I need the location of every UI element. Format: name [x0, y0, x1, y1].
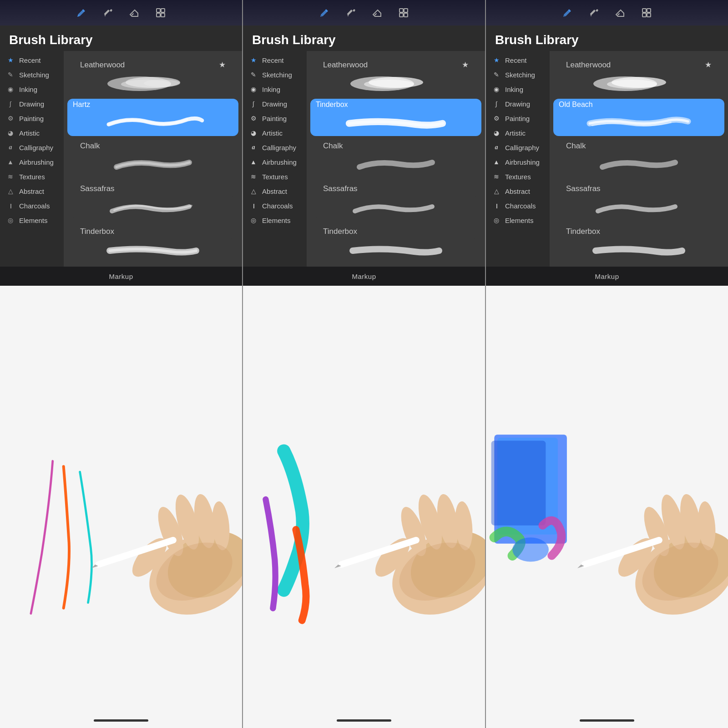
brush-name-hartz-1: Hartz	[73, 101, 233, 109]
library-content-2: ★ Recent ✎ Sketching ◉ Inking ∫ Drawing	[243, 51, 485, 267]
pencil-icon[interactable]	[75, 6, 88, 20]
cat-calligraphy-1[interactable]: a Calligraphy	[0, 140, 64, 155]
cat-inking-1[interactable]: ◉ Inking	[0, 82, 64, 96]
cat-label-sketching-2: Sketching	[262, 71, 292, 79]
cat-airbrushing-1[interactable]: ▲ Airbrushing	[0, 155, 64, 169]
brush-leatherwood-1[interactable]: Leatherwood★	[67, 56, 238, 98]
cat-abstract-2[interactable]: △ Abstract	[243, 184, 307, 198]
cat-calligraphy-2[interactable]: a Calligraphy	[243, 140, 307, 155]
eraser-icon-2[interactable]	[370, 6, 384, 20]
brush-hartz-1[interactable]: Hartz	[67, 99, 238, 136]
brush-sassafras-1[interactable]: Sassafras	[67, 180, 238, 222]
brush-turpentine-2[interactable]: Turpentine	[310, 265, 481, 267]
pencil-icon-3[interactable]	[561, 6, 574, 20]
cat-label-textures-2: Textures	[262, 173, 288, 181]
brush-leatherwood-2[interactable]: Leatherwood★	[310, 56, 481, 98]
cat-label-charcoals-3: Charcoals	[505, 202, 536, 210]
cat-sketching-1[interactable]: ✎ Sketching	[0, 67, 64, 82]
cat-drawing-2[interactable]: ∫ Drawing	[243, 96, 307, 111]
cat-sketching-2[interactable]: ✎ Sketching	[243, 67, 307, 82]
pen-icon-3[interactable]	[587, 6, 601, 20]
layers-icon-3[interactable]	[640, 6, 653, 20]
cat-label-elements-3: Elements	[505, 217, 534, 224]
svg-point-46	[512, 537, 549, 561]
cat-label-artistic-3: Artistic	[505, 129, 526, 137]
cat-artistic-1[interactable]: ◕ Artistic	[0, 126, 64, 140]
cat-sketching-3[interactable]: ✎ Sketching	[486, 67, 550, 82]
cat-elements-1[interactable]: ◎ Elements	[0, 213, 64, 228]
library-title-1: Brush Library	[9, 33, 93, 47]
brush-tinderbox-1[interactable]: Tinderbox	[67, 222, 238, 264]
cat-calligraphy-3[interactable]: a Calligraphy	[486, 140, 550, 155]
cat-charcoals-1[interactable]: ||| Charcoals	[0, 198, 64, 213]
callig-icon-2: a	[249, 143, 258, 152]
cat-recent-2[interactable]: ★ Recent	[243, 53, 307, 67]
brush-turpentine-1[interactable]: Turpentine	[67, 265, 238, 267]
cat-label-airbrushing-3: Airbrushing	[505, 158, 540, 166]
palette-icon-3: ◕	[492, 129, 500, 137]
cat-label-abstract-1: Abstract	[19, 187, 44, 195]
pen-icon[interactable]	[101, 6, 115, 20]
airbrush-icon-1: ▲	[6, 158, 15, 166]
brush-oldbeach-3[interactable]: Old Beach	[553, 99, 724, 136]
cat-textures-1[interactable]: ≋ Textures	[0, 169, 64, 184]
pen-icon-2[interactable]	[344, 6, 358, 20]
drawing-area-1[interactable]	[0, 286, 242, 713]
cat-textures-2[interactable]: ≋ Textures	[243, 169, 307, 184]
cat-painting-3[interactable]: ⚙ Painting	[486, 111, 550, 126]
charcoal-icon-3: |||	[492, 202, 500, 210]
cat-artistic-2[interactable]: ◕ Artistic	[243, 126, 307, 140]
categories-1: ★ Recent ✎ Sketching ◉ Inking ∫ Drawing	[0, 51, 64, 267]
layers-icon[interactable]	[154, 6, 167, 20]
brush-label-tinderbox-1: Tinderbox	[73, 224, 233, 238]
cat-drawing-3[interactable]: ∫ Drawing	[486, 96, 550, 111]
stroke-hartz-1	[73, 110, 233, 134]
cat-drawing-1[interactable]: ∫ Drawing	[0, 96, 64, 111]
cat-inking-3[interactable]: ◉ Inking	[486, 82, 550, 96]
brush-sassafras-3[interactable]: Sassafras	[553, 180, 724, 222]
cat-elements-3[interactable]: ◎ Elements	[486, 213, 550, 228]
brush-tinderbox2-2[interactable]: Tinderbox	[310, 222, 481, 264]
layers-icon-2[interactable]	[397, 6, 410, 20]
cat-charcoals-3[interactable]: ||| Charcoals	[486, 198, 550, 213]
star-icon-2: ★	[249, 56, 258, 64]
eraser-icon[interactable]	[127, 6, 141, 20]
cat-label-painting-2: Painting	[262, 115, 287, 122]
cat-inking-2[interactable]: ◉ Inking	[243, 82, 307, 96]
eraser-icon-3[interactable]	[613, 6, 627, 20]
library-header-1: Brush Library	[0, 25, 242, 51]
cat-label-elements-1: Elements	[19, 217, 48, 224]
brush-chalk-3[interactable]: Chalk	[553, 137, 724, 179]
cat-painting-1[interactable]: ⚙ Painting	[0, 111, 64, 126]
svg-rect-22	[404, 13, 408, 17]
cat-abstract-1[interactable]: △ Abstract	[0, 184, 64, 198]
brush-leatherwood-3[interactable]: Leatherwood★	[553, 56, 724, 98]
brush-turpentine-3[interactable]: Turpentine	[553, 265, 724, 267]
drawing-area-2[interactable]	[243, 286, 485, 713]
svg-rect-2	[161, 9, 165, 12]
cat-recent-1[interactable]: ★ Recent	[0, 53, 64, 67]
cat-painting-2[interactable]: ⚙ Painting	[243, 111, 307, 126]
cat-label-painting-3: Painting	[505, 115, 530, 122]
cat-charcoals-2[interactable]: ||| Charcoals	[243, 198, 307, 213]
stroke-sassafras-1	[73, 195, 233, 220]
brush-tinderbox-3[interactable]: Tinderbox	[553, 222, 724, 264]
brush-list-2: Leatherwood★ Tinderbox	[307, 51, 485, 267]
cat-artistic-3[interactable]: ◕ Artistic	[486, 126, 550, 140]
drawing-area-3[interactable]	[486, 286, 728, 713]
charcoal-icon-2: |||	[249, 202, 258, 210]
brush-tinderbox-selected-2[interactable]: Tinderbox	[310, 99, 481, 136]
markup-label-3: Markup	[595, 273, 619, 280]
cat-abstract-3[interactable]: △ Abstract	[486, 184, 550, 198]
cat-airbrushing-3[interactable]: ▲ Airbrushing	[486, 155, 550, 169]
cat-recent-3[interactable]: ★ Recent	[486, 53, 550, 67]
cat-airbrushing-2[interactable]: ▲ Airbrushing	[243, 155, 307, 169]
brush-chalk-2[interactable]: Chalk	[310, 137, 481, 179]
brush-chalk-1[interactable]: Chalk	[67, 137, 238, 179]
cat-elements-2[interactable]: ◎ Elements	[243, 213, 307, 228]
cat-textures-3[interactable]: ≋ Textures	[486, 169, 550, 184]
pencil-icon-2[interactable]	[318, 6, 331, 20]
abstract-icon-2: △	[249, 187, 258, 195]
cat-label-painting-1: Painting	[19, 115, 44, 122]
brush-sassafras-2[interactable]: Sassafras	[310, 180, 481, 222]
